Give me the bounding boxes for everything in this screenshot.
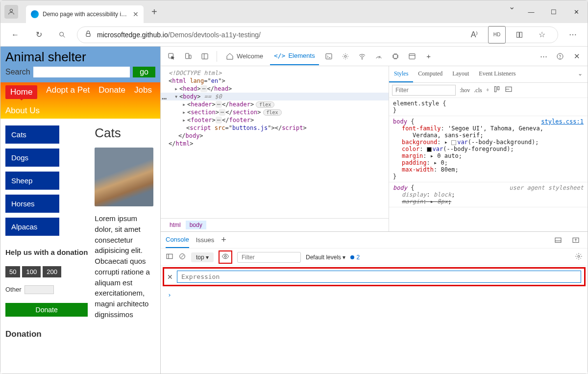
- dom-tree[interactable]: <!DOCTYPE html> <html lang="en"> ▸<head>…: [161, 66, 389, 218]
- url-text: microsoftedge.github.io/Demos/devtools-a…: [97, 31, 461, 39]
- layout-tab[interactable]: Layout: [447, 66, 474, 82]
- read-aloud-icon[interactable]: A⁾: [466, 26, 483, 44]
- donation-heading: Donation: [5, 329, 88, 339]
- elements-tab[interactable]: </>Elements: [270, 47, 319, 65]
- sidebar-cats[interactable]: Cats: [5, 125, 59, 144]
- devtools-close-icon[interactable]: ✕: [570, 50, 584, 63]
- performance-icon[interactable]: [372, 50, 386, 63]
- search-label: Search: [5, 68, 30, 76]
- network-icon[interactable]: [355, 50, 369, 63]
- event-listeners-tab[interactable]: Event Listeners: [474, 66, 520, 82]
- devtools: Welcome </>Elements + ⋯ ✕ <!DOCTYPE html…: [160, 47, 588, 374]
- svg-point-1: [60, 32, 64, 36]
- amount-200[interactable]: 200: [43, 266, 61, 277]
- css-source-link[interactable]: styles.css:1: [541, 118, 584, 125]
- favorite-icon[interactable]: ☆: [533, 26, 551, 44]
- lorem-text: Lorem ipsum dolor, sit amet consectetur …: [95, 213, 155, 320]
- crumb-body[interactable]: body: [186, 221, 206, 229]
- browser-toolbar: ← ↻ microsoftedge.github.io/Demos/devtoo…: [0, 23, 588, 47]
- close-window-button[interactable]: ✕: [565, 2, 588, 22]
- application-icon[interactable]: [405, 50, 419, 63]
- hd-icon[interactable]: HD: [488, 26, 506, 44]
- drawer-add-icon[interactable]: +: [221, 235, 226, 245]
- nav-about[interactable]: About Us: [5, 106, 40, 116]
- new-rule-icon[interactable]: +: [486, 87, 490, 94]
- live-expression-input[interactable]: [177, 271, 581, 283]
- search-button[interactable]: [53, 26, 71, 44]
- hov-button[interactable]: :hov: [460, 87, 470, 94]
- flex-editor-icon[interactable]: [493, 85, 501, 95]
- console-settings-icon[interactable]: [575, 252, 583, 262]
- back-button[interactable]: ←: [6, 26, 24, 44]
- svg-point-32: [578, 255, 580, 257]
- other-input[interactable]: [24, 285, 54, 294]
- url-bar[interactable]: microsoftedge.github.io/Demos/devtools-a…: [77, 26, 558, 43]
- reader-icon[interactable]: [511, 26, 528, 44]
- search-input[interactable]: [33, 67, 130, 77]
- nav-jobs[interactable]: Jobs: [134, 85, 152, 99]
- svg-line-30: [181, 255, 184, 258]
- titlebar: Demo page with accessibility issu ✕ + ⌄ …: [0, 0, 588, 23]
- edge-favicon: [31, 10, 39, 18]
- minimize-button[interactable]: ―: [520, 2, 542, 22]
- more-tabs-icon[interactable]: +: [422, 50, 436, 63]
- sources-icon[interactable]: [339, 50, 352, 63]
- live-expression-button[interactable]: [219, 250, 232, 264]
- amount-100[interactable]: 100: [22, 266, 41, 277]
- maximize-button[interactable]: ☐: [542, 2, 565, 22]
- log-levels[interactable]: Default levels ▾: [306, 254, 345, 261]
- svg-rect-3: [86, 33, 90, 36]
- nav-adopt[interactable]: Adopt a Pet: [46, 85, 90, 99]
- nav-donate[interactable]: Donate: [98, 85, 125, 99]
- svg-rect-16: [409, 53, 415, 59]
- svg-rect-20: [495, 87, 496, 92]
- sidebar-dogs[interactable]: Dogs: [5, 149, 59, 167]
- sidebar-horses[interactable]: Horses: [5, 195, 59, 213]
- dock-icon[interactable]: [198, 50, 212, 63]
- cls-button[interactable]: .cls: [474, 87, 482, 94]
- element-style-selector[interactable]: element.style {: [393, 100, 584, 107]
- browser-tab[interactable]: Demo page with accessibility issu ✕: [26, 5, 144, 23]
- issues-tab[interactable]: Issues: [196, 232, 215, 248]
- console-icon[interactable]: [322, 50, 336, 63]
- drawer-expand-icon[interactable]: [569, 233, 583, 247]
- help-icon[interactable]: [553, 50, 567, 63]
- sidebar-toggle-icon[interactable]: [166, 252, 173, 262]
- svg-rect-21: [498, 87, 499, 90]
- styles-tab[interactable]: Styles: [389, 66, 413, 82]
- context-selector[interactable]: top ▾: [191, 252, 214, 262]
- console-prompt[interactable]: ›: [161, 287, 588, 302]
- tab-close-icon[interactable]: ✕: [133, 10, 139, 18]
- inspect-icon[interactable]: [165, 50, 178, 63]
- device-toggle-icon[interactable]: [181, 50, 195, 63]
- live-close-icon[interactable]: ✕: [167, 273, 173, 281]
- crumb-html[interactable]: html: [166, 221, 185, 229]
- new-tab-button[interactable]: +: [146, 6, 163, 18]
- nav-home[interactable]: Home: [5, 85, 37, 99]
- cat-image: [95, 148, 153, 206]
- issues-indicator[interactable]: 2: [350, 254, 360, 261]
- memory-icon[interactable]: [389, 50, 402, 63]
- styles-filter-input[interactable]: [392, 85, 456, 96]
- lock-icon: [84, 30, 92, 39]
- console-tab[interactable]: Console: [166, 232, 189, 248]
- amount-50[interactable]: 50: [5, 266, 20, 277]
- tab-title: Demo page with accessibility issu: [43, 11, 129, 18]
- sidebar-alpacas[interactable]: Alpacas: [5, 218, 59, 236]
- computed-tab[interactable]: Computed: [413, 66, 447, 82]
- donate-button[interactable]: Donate: [5, 303, 88, 317]
- welcome-tab[interactable]: Welcome: [222, 48, 267, 65]
- styles-more-icon[interactable]: ⌄: [573, 66, 588, 82]
- go-button[interactable]: go: [133, 67, 155, 77]
- sidebar-sheep[interactable]: Sheep: [5, 172, 59, 190]
- profile-icon[interactable]: [4, 5, 18, 19]
- devtools-more-icon[interactable]: ⋯: [537, 50, 550, 63]
- clear-console-icon[interactable]: [178, 252, 186, 262]
- more-button[interactable]: ⋯: [564, 26, 582, 44]
- refresh-button[interactable]: ↻: [30, 26, 48, 44]
- drawer-dock-icon[interactable]: [551, 233, 565, 247]
- console-filter-input[interactable]: [237, 252, 301, 263]
- window-chevron-icon[interactable]: ⌄: [504, 2, 520, 22]
- computed-toggle-icon[interactable]: [505, 85, 513, 95]
- svg-rect-15: [393, 54, 397, 58]
